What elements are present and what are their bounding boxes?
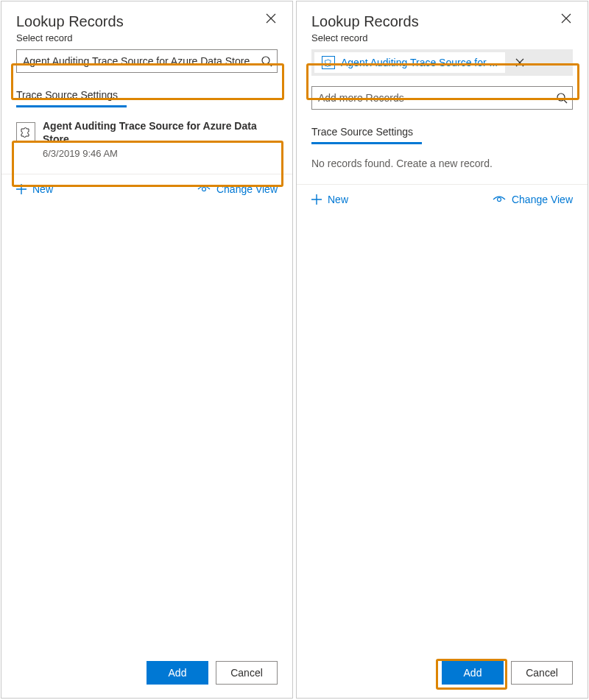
eye-icon (197, 185, 211, 194)
record-type-icon (322, 56, 335, 69)
change-view-label: Change View (216, 183, 278, 195)
dialog-subtitle: Select record (311, 32, 573, 43)
lookup-panel-right: Lookup Records Select record Agent Audit… (296, 1, 588, 699)
no-records-message: No records found. Create a new record. (297, 147, 588, 180)
result-title: Agent Auditing Trace Source for Azure Da… (43, 119, 275, 146)
separator (297, 184, 588, 185)
dialog-title: Lookup Records (16, 12, 278, 31)
close-button[interactable] (561, 13, 574, 26)
close-icon (266, 13, 276, 24)
search-icon[interactable] (556, 92, 568, 104)
eye-icon (493, 195, 506, 204)
change-view-button[interactable]: Change View (197, 183, 278, 195)
svg-point-1 (202, 188, 205, 191)
panel-header: Lookup Records Select record (1, 1, 292, 49)
plus-icon (16, 184, 27, 194)
results-section: Trace Source Settings (297, 117, 588, 147)
dialog-subtitle: Select record (16, 32, 278, 43)
plus-icon (311, 194, 322, 205)
result-row[interactable]: Agent Auditing Trace Source for Azure Da… (16, 110, 278, 169)
section-underline (16, 105, 127, 107)
new-button[interactable]: New (311, 194, 348, 205)
dialog-title: Lookup Records (311, 12, 573, 31)
search-box[interactable] (16, 49, 278, 73)
result-date: 6/3/2019 9:46 AM (43, 147, 275, 160)
separator (1, 174, 292, 174)
close-icon (515, 58, 524, 67)
close-button[interactable] (266, 13, 279, 26)
svg-point-3 (497, 198, 501, 202)
selected-chip[interactable]: Agent Auditing Trace Source for ... (314, 52, 505, 73)
results-section: Trace Source Settings Agent Auditing Tra… (1, 80, 292, 169)
add-button[interactable]: Add (147, 661, 208, 685)
cancel-button[interactable]: Cancel (511, 661, 573, 685)
svg-point-0 (262, 57, 269, 64)
change-view-label: Change View (512, 194, 573, 205)
cancel-button[interactable]: Cancel (216, 661, 278, 685)
new-label: New (32, 183, 53, 195)
dialog-footer: Add Cancel (1, 651, 292, 698)
section-underline (311, 142, 422, 144)
section-title: Trace Source Settings (16, 80, 278, 105)
lookup-panel-left: Lookup Records Select record Trace Sourc… (1, 1, 293, 699)
dialog-footer: Add Cancel (297, 651, 588, 698)
search-icon[interactable] (261, 55, 272, 67)
change-view-button[interactable]: Change View (493, 194, 573, 205)
result-text: Agent Auditing Trace Source for Azure Da… (43, 119, 275, 160)
svg-point-2 (557, 93, 565, 101)
section-title: Trace Source Settings (311, 117, 573, 142)
add-button[interactable]: Add (442, 661, 504, 685)
close-icon (561, 13, 571, 24)
chip-label: Agent Auditing Trace Source for ... (341, 57, 498, 68)
list-actions: New Change View (1, 179, 292, 199)
new-button[interactable]: New (16, 183, 53, 195)
search-wrap (1, 49, 292, 80)
search-wrap (297, 86, 588, 117)
list-actions: New Change View (297, 189, 588, 210)
selected-chip-row: Agent Auditing Trace Source for ... (311, 49, 573, 76)
record-type-icon (16, 122, 35, 141)
chip-remove-button[interactable] (509, 52, 530, 73)
search-input[interactable] (318, 88, 556, 108)
new-label: New (328, 194, 348, 205)
search-box[interactable] (311, 86, 573, 110)
panel-header: Lookup Records Select record (297, 1, 588, 49)
search-input[interactable] (23, 51, 261, 71)
